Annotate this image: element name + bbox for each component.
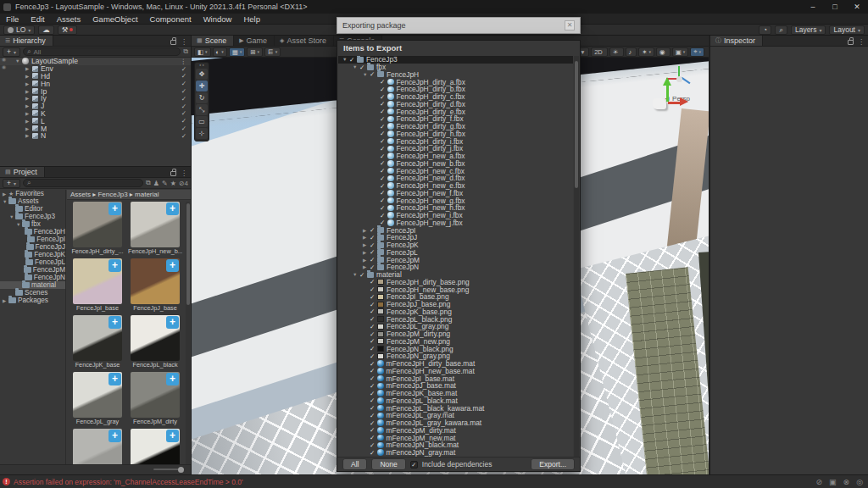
item-checkbox[interactable]: ✓ xyxy=(370,404,377,412)
error-message[interactable]: Assertion failed on expression: 'm_Chann… xyxy=(14,478,243,486)
asset-item[interactable]: + FenceJpJ_base xyxy=(128,258,182,312)
export-tree-row[interactable]: ✓ FenceJpM_new.png xyxy=(338,338,573,346)
item-checkbox[interactable]: ✓ xyxy=(380,93,387,101)
grid-scrollbar[interactable] xyxy=(186,202,190,464)
export-tree-row[interactable]: ✓ FenceJpJ_base.png xyxy=(338,301,573,308)
collab-off-icon[interactable]: ▣ xyxy=(829,478,837,486)
expander-icon[interactable] xyxy=(25,103,32,108)
import-badge-icon[interactable]: + xyxy=(108,373,121,385)
item-checkbox[interactable]: ✓ xyxy=(370,434,377,441)
panel-menu-icon[interactable]: ⋮ xyxy=(858,38,865,46)
item-checkbox[interactable]: ✓ xyxy=(370,286,377,293)
asset-thumbnail[interactable]: + xyxy=(73,258,122,304)
camera-button[interactable]: ▣▾ xyxy=(672,47,689,57)
export-tree-row[interactable]: ✓ FenceJpN_black.png xyxy=(338,345,573,352)
asset-thumbnail[interactable]: + xyxy=(131,372,180,418)
undo-history-button[interactable]: ◔ xyxy=(759,25,771,35)
menu-item[interactable]: Window xyxy=(198,14,238,24)
item-checkbox[interactable]: ✓ xyxy=(380,137,387,145)
lighting-toggle[interactable]: ☀ xyxy=(609,47,624,57)
export-dialog-title-bar[interactable]: Exporting package ✕ xyxy=(337,17,581,34)
row-toggle[interactable]: ✓ xyxy=(181,72,186,80)
asset-item[interactable]: + xyxy=(128,429,182,464)
hierarchy-row[interactable]: M ✓ xyxy=(0,125,191,132)
row-toggle[interactable]: ✓ xyxy=(181,103,186,110)
project-tree-row[interactable]: material xyxy=(0,281,65,289)
export-tree-row[interactable]: ✓ mFenceJpL_black_kawara.mat xyxy=(338,404,573,412)
asset-thumbnail[interactable]: + xyxy=(131,258,180,304)
item-checkbox[interactable]: ✓ xyxy=(380,212,387,219)
item-checkbox[interactable]: ✓ xyxy=(380,108,387,115)
2d-toggle[interactable]: 2D xyxy=(591,47,608,57)
project-tree-row[interactable]: FenceJpK xyxy=(0,251,65,258)
rect-tool[interactable]: ▭ xyxy=(196,116,208,127)
hierarchy-row[interactable]: Env ✓ xyxy=(0,65,191,73)
asset-thumbnail[interactable]: + xyxy=(73,315,122,361)
dialog-close-button[interactable]: ✕ xyxy=(565,20,575,30)
expander-icon[interactable] xyxy=(3,199,8,204)
expander-icon[interactable] xyxy=(353,64,359,69)
asset-item[interactable]: + FenceJpL_black xyxy=(128,315,182,369)
export-tree-row[interactable]: ✓ FenceJpK_base.png xyxy=(338,308,573,316)
layout-dropdown[interactable]: Layout▾ xyxy=(829,25,865,35)
asset-item[interactable]: + FenceJpM_dirty xyxy=(128,372,182,425)
asset-item[interactable]: + FenceJpK_base xyxy=(70,315,125,369)
export-tree-row[interactable]: ✓ FenceJpI_base.png xyxy=(338,293,573,301)
expander-icon[interactable] xyxy=(25,74,32,79)
tab-project[interactable]: ▤Project xyxy=(0,167,45,177)
import-badge-icon[interactable]: + xyxy=(166,202,179,215)
open-search-window-icon[interactable]: ⧉ xyxy=(146,179,151,187)
expander-icon[interactable] xyxy=(25,119,32,124)
hierarchy-search-input[interactable] xyxy=(33,48,176,56)
transform-tool[interactable]: ⊹ xyxy=(196,128,208,139)
menu-item[interactable]: File xyxy=(0,14,25,24)
expander-icon[interactable] xyxy=(342,57,349,62)
row-toggle[interactable]: ✓ xyxy=(181,65,186,73)
visibility-icon[interactable]: ◉ xyxy=(2,64,6,69)
hierarchy-row[interactable]: Ip ✓ xyxy=(0,87,191,95)
item-checkbox[interactable]: ✓ xyxy=(370,360,377,368)
import-badge-icon[interactable]: + xyxy=(108,202,121,215)
item-checkbox[interactable]: ✓ xyxy=(370,382,377,390)
export-tree-row[interactable]: ✓ FenceJpH_new_j.fbx xyxy=(338,219,573,227)
export-tree-row[interactable]: ✓ fbx xyxy=(338,64,573,71)
expander-icon[interactable] xyxy=(353,272,359,277)
search-by-label-icon[interactable]: ✎ xyxy=(162,180,168,187)
panel-menu-icon[interactable]: ⋮ xyxy=(181,38,187,46)
import-badge-icon[interactable]: + xyxy=(108,316,121,329)
asset-thumbnail[interactable]: + xyxy=(131,429,180,464)
cache-server-off-icon[interactable]: ⊘ xyxy=(816,478,823,486)
hierarchy-row[interactable]: L ✓ xyxy=(0,117,191,125)
item-checkbox[interactable]: ✓ xyxy=(359,271,367,279)
project-tree-row[interactable]: Packages xyxy=(0,297,65,304)
visibility-toggle[interactable]: ◉ xyxy=(656,47,670,57)
item-checkbox[interactable]: ✓ xyxy=(370,248,377,256)
item-checkbox[interactable]: ✓ xyxy=(380,100,387,108)
import-badge-icon[interactable]: + xyxy=(166,373,179,385)
item-checkbox[interactable]: ✓ xyxy=(370,256,377,263)
export-tree-row[interactable]: ✓ mFenceJpH_new_base.mat xyxy=(338,368,573,375)
expander-icon[interactable] xyxy=(363,235,370,240)
asset-thumbnail[interactable]: + xyxy=(73,372,122,418)
search-button[interactable]: ⌕ xyxy=(775,25,787,35)
item-checkbox[interactable]: ✓ xyxy=(370,441,377,449)
export-tree-row[interactable]: ✓ FenceJpL_gray.png xyxy=(338,323,573,330)
item-checkbox[interactable]: ✓ xyxy=(359,64,367,71)
import-badge-icon[interactable]: + xyxy=(108,430,121,442)
all-button[interactable]: All xyxy=(342,458,367,470)
view-tab[interactable]: ◈ Asset Store xyxy=(275,36,334,46)
import-badge-icon[interactable]: + xyxy=(108,259,121,272)
row-toggle[interactable]: ✓ xyxy=(181,95,186,103)
project-tree-row[interactable]: Assets xyxy=(0,197,65,205)
expander-icon[interactable] xyxy=(363,250,370,255)
expander-icon[interactable] xyxy=(25,66,32,71)
expander-icon[interactable] xyxy=(16,222,22,227)
item-checkbox[interactable]: ✓ xyxy=(370,278,377,286)
hierarchy-row[interactable]: J ✓ xyxy=(0,103,191,110)
favorites-star-icon[interactable]: ★ xyxy=(170,180,176,187)
menu-item[interactable]: Edit xyxy=(25,14,50,24)
move-tool[interactable]: ✛ xyxy=(196,80,208,92)
item-checkbox[interactable]: ✓ xyxy=(380,145,387,152)
view-tab[interactable]: ▶ Game xyxy=(234,36,275,46)
export-tree-row[interactable]: ✓ FenceJpN xyxy=(338,263,573,271)
